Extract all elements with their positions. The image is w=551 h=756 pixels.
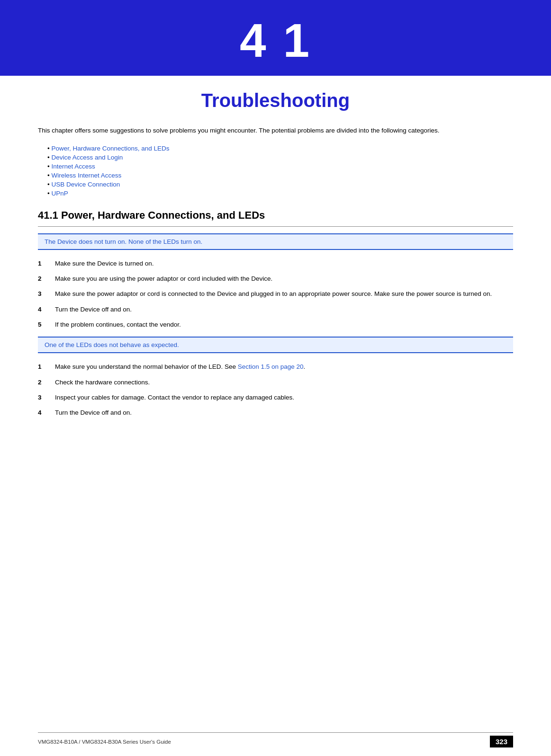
steps-group-1: 1 Make sure the Device is turned on. 2 M…	[38, 258, 513, 330]
step-number: 5	[38, 320, 55, 330]
intro-paragraph: This chapter offers some suggestions to …	[38, 125, 513, 136]
step-number: 1	[38, 258, 55, 269]
chapter-title-block: Troubleshooting	[38, 90, 513, 111]
step-item: 4 Turn the Device off and on.	[38, 304, 513, 315]
list-item: Wireless Internet Access	[47, 171, 513, 180]
step-number: 3	[38, 392, 55, 403]
step-number: 2	[38, 274, 55, 284]
step-item: 4 Turn the Device off and on.	[38, 408, 513, 418]
step-number: 1	[38, 362, 55, 372]
step-item: 1 Make sure you understand the normal be…	[38, 362, 513, 372]
step-text: Make sure the power adaptor or cord is c…	[55, 289, 513, 299]
section-41-1-heading: 41.1 Power, Hardware Connections, and LE…	[38, 209, 513, 222]
steps-group-2: 1 Make sure you understand the normal be…	[38, 362, 513, 418]
page-number: 323	[490, 736, 513, 747]
step-text: Check the hardware connections.	[55, 377, 513, 388]
step-text: Inspect your cables for damage. Contact …	[55, 392, 513, 403]
page: 4 1 Troubleshooting This chapter offers …	[0, 0, 551, 756]
list-item: Internet Access	[47, 162, 513, 171]
chapter-number: 4 1	[0, 14, 551, 66]
bullet-list: Power, Hardware Connections, and LEDs De…	[47, 144, 513, 198]
step-text: Make sure you understand the normal beha…	[55, 362, 513, 372]
step-text: Turn the Device off and on.	[55, 408, 513, 418]
link-upnp[interactable]: UPnP	[51, 190, 68, 197]
step-text: Make sure you are using the power adapto…	[55, 274, 513, 284]
step-number: 3	[38, 289, 55, 299]
link-device-access[interactable]: Device Access and Login	[51, 154, 123, 161]
step-text: Turn the Device off and on.	[55, 304, 513, 315]
problem-bar-1: The Device does not turn on. None of the…	[38, 233, 513, 250]
step-item: 2 Make sure you are using the power adap…	[38, 274, 513, 284]
list-item: USB Device Connection	[47, 180, 513, 189]
chapter-header: 4 1	[0, 0, 551, 76]
step-number: 4	[38, 408, 55, 418]
link-wireless[interactable]: Wireless Internet Access	[51, 172, 121, 179]
step-item: 5 If the problem continues, contact the …	[38, 320, 513, 330]
footer: VMG8324-B10A / VMG8324-B30A Series User'…	[38, 732, 513, 747]
step-number: 2	[38, 377, 55, 388]
section-link[interactable]: Section 1.5 on page 20	[238, 363, 304, 370]
step-item: 2 Check the hardware connections.	[38, 377, 513, 388]
step-item: 3 Make sure the power adaptor or cord is…	[38, 289, 513, 299]
section-divider	[38, 226, 513, 227]
list-item: UPnP	[47, 189, 513, 198]
step-number: 4	[38, 304, 55, 315]
list-item: Power, Hardware Connections, and LEDs	[47, 144, 513, 153]
link-internet-access[interactable]: Internet Access	[51, 163, 95, 170]
link-power[interactable]: Power, Hardware Connections, and LEDs	[51, 145, 169, 152]
step-text: Make sure the Device is turned on.	[55, 258, 513, 269]
problem-bar-2: One of the LEDs does not behave as expec…	[38, 337, 513, 353]
step-item: 1 Make sure the Device is turned on.	[38, 258, 513, 269]
list-item: Device Access and Login	[47, 153, 513, 162]
footer-text: VMG8324-B10A / VMG8324-B30A Series User'…	[38, 739, 171, 745]
link-usb[interactable]: USB Device Connection	[51, 181, 120, 188]
step-text: If the problem continues, contact the ve…	[55, 320, 513, 330]
chapter-title: Troubleshooting	[201, 90, 350, 111]
step-item: 3 Inspect your cables for damage. Contac…	[38, 392, 513, 403]
